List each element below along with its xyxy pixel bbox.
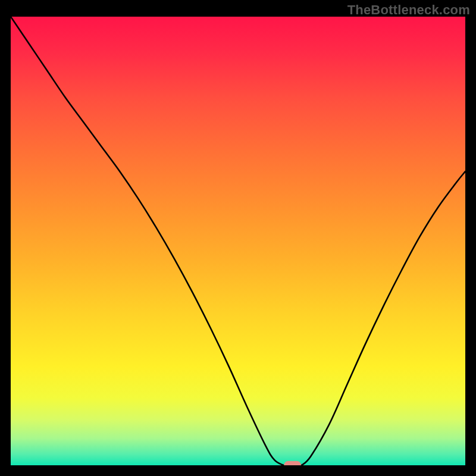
optimal-marker-pill [284,461,301,465]
bottleneck-chart [11,17,465,465]
optimal-marker [284,461,301,465]
chart-frame: TheBottleneck.com [0,0,476,476]
gradient-background [11,17,465,465]
watermark-text: TheBottleneck.com [347,2,470,18]
